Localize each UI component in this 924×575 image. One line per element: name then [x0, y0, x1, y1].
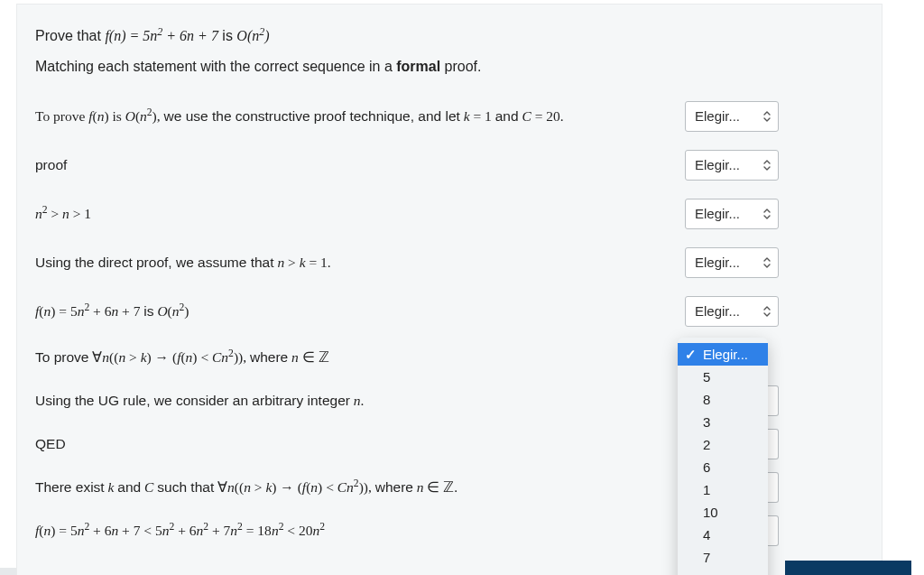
footer-blue-strip	[785, 561, 911, 575]
statement-text: f(n) = 5n2 + 6n + 7 is O(n2)	[35, 302, 685, 320]
dropdown-option-placeholder[interactable]: Elegir...	[678, 343, 768, 366]
match-b: proof.	[440, 59, 481, 74]
select-holder: Elegir...	[685, 101, 779, 132]
updown-icon	[763, 209, 771, 219]
dropdown-option[interactable]: 7	[678, 546, 768, 569]
is-word: is	[222, 28, 236, 43]
prove-prompt: Prove that f(n) = 5n2 + 6n + 7 is O(n2)	[35, 26, 864, 46]
order-select[interactable]: Elegir...	[685, 101, 779, 132]
statement-text: Using the direct proof, we assume that n…	[35, 254, 685, 272]
order-select[interactable]: Elegir...	[685, 150, 779, 181]
dropdown-option[interactable]: 2	[678, 433, 768, 456]
select-label: Elegir...	[695, 157, 740, 172]
match-bold: formal	[396, 59, 440, 74]
updown-icon	[763, 160, 771, 171]
updown-icon	[763, 257, 771, 268]
footer-grey	[0, 568, 16, 575]
select-holder: Elegir...	[685, 199, 779, 229]
statement-text: Using the UG rule, we consider an arbitr…	[35, 392, 685, 410]
dropdown-option[interactable]: 6	[678, 456, 768, 478]
prove-prefix: Prove that	[35, 28, 105, 43]
select-edge[interactable]	[768, 385, 779, 416]
select-edge[interactable]	[768, 429, 779, 459]
question-header: Prove that f(n) = 5n2 + 6n + 7 is O(n2) …	[35, 26, 864, 78]
select-holder: Elegir...	[685, 247, 779, 278]
dropdown-option[interactable]: 5	[678, 366, 768, 388]
statement-text: proof	[35, 156, 685, 174]
statement-text: f(n) = 5n2 + 6n + 7 < 5n2 + 6n2 + 7n2 = …	[35, 522, 685, 540]
big-o: O(n2)	[236, 28, 269, 43]
select-label: Elegir...	[695, 108, 740, 124]
order-select[interactable]: Elegir...	[685, 296, 779, 327]
select-label: Elegir...	[695, 206, 740, 221]
updown-icon	[763, 111, 771, 122]
statement-row: proofElegir...	[35, 150, 864, 181]
statement-text: To prove ∀n((n > k) → (f(n) < Cn2)), whe…	[35, 348, 685, 366]
statement-text: There exist k and C such that ∀n((n > k)…	[35, 478, 685, 496]
statement-row: Using the direct proof, we assume that n…	[35, 247, 864, 278]
select-edge[interactable]	[768, 515, 779, 546]
match-a: Matching each statement with the correct…	[35, 59, 396, 74]
open-dropdown[interactable]: Elegir...58326110479	[678, 338, 768, 575]
statement-row: To prove f(n) is O(n2), we use the const…	[35, 101, 864, 132]
dropdown-option[interactable]: 3	[678, 411, 768, 433]
updown-icon	[763, 306, 771, 317]
select-holder: Elegir...	[685, 296, 779, 327]
statement-text: n2 > n > 1	[35, 205, 685, 223]
dropdown-option[interactable]: 10	[678, 501, 768, 524]
match-instruction: Matching each statement with the correct…	[35, 57, 864, 77]
statement-text: QED	[35, 435, 685, 453]
fn-lhs: f(n) = 5n2 + 6n + 7	[105, 28, 218, 43]
select-label: Elegir...	[695, 303, 740, 319]
page-root: Prove that f(n) = 5n2 + 6n + 7 is O(n2) …	[0, 0, 924, 575]
select-edge[interactable]	[768, 472, 779, 503]
statement-row: n2 > n > 1Elegir...	[35, 199, 864, 229]
select-holder: Elegir...	[685, 150, 779, 181]
dropdown-option[interactable]: 8	[678, 388, 768, 411]
order-select[interactable]: Elegir...	[685, 247, 779, 278]
dropdown-option[interactable]: 1	[678, 478, 768, 501]
dropdown-option[interactable]: 4	[678, 524, 768, 546]
dropdown-option[interactable]: 9	[678, 569, 768, 575]
order-select[interactable]: Elegir...	[685, 199, 779, 229]
select-label: Elegir...	[695, 255, 740, 270]
statement-row: f(n) = 5n2 + 6n + 7 is O(n2)Elegir...	[35, 296, 864, 327]
statement-text: To prove f(n) is O(n2), we use the const…	[35, 107, 685, 125]
